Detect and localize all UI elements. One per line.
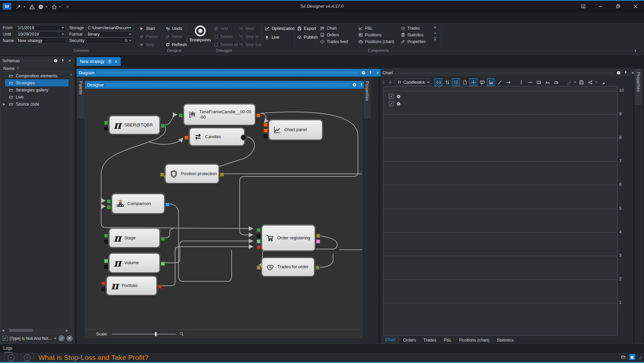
- port-black-circle[interactable]: [241, 134, 247, 140]
- chart-header[interactable]: Chart ? ×: [380, 69, 637, 77]
- scroll-left-icon[interactable]: ◀: [1, 329, 5, 332]
- status-message[interactable]: What is Stop-Loss and Take Profit?: [38, 354, 149, 362]
- port-black[interactable]: [101, 287, 106, 291]
- undo-button[interactable]: Undo: [165, 25, 187, 32]
- help-icon[interactable]: ?: [53, 58, 58, 63]
- port-black[interactable]: [256, 234, 261, 238]
- resize-grip-icon[interactable]: ◢: [639, 355, 641, 359]
- security-field[interactable]: ×: [86, 38, 133, 44]
- brush-icon[interactable]: [565, 78, 573, 86]
- port-black[interactable]: [104, 239, 108, 244]
- panel-icon[interactable]: ▦: [629, 354, 635, 360]
- vline-tool-icon[interactable]: [517, 78, 525, 86]
- folder-icon[interactable]: [621, 355, 626, 360]
- port-lightgreen[interactable]: [104, 259, 108, 263]
- refresh-button[interactable]: Refresh: [165, 41, 187, 48]
- document-tab-new-strategy[interactable]: New strategy ? ×: [77, 57, 121, 66]
- help-icon[interactable]: ?: [361, 70, 366, 75]
- tab-close-icon[interactable]: ×: [115, 59, 117, 64]
- back-button[interactable]: [5, 353, 17, 362]
- node-portfolio[interactable]: πPortfolio: [107, 276, 157, 295]
- chart-tab-orders[interactable]: Orders: [400, 337, 419, 344]
- node-order-registering[interactable]: Order registering: [262, 225, 315, 251]
- sort-arrows-icon[interactable]: [443, 78, 451, 86]
- hline-tool-icon[interactable]: [526, 78, 534, 86]
- pin-icon[interactable]: [623, 70, 628, 75]
- tree-item-live[interactable]: Live: [1, 93, 69, 100]
- dropdown-caret-icon[interactable]: [595, 82, 598, 83]
- designer-header[interactable]: Designer ?: [85, 81, 366, 89]
- tree-item-source-code[interactable]: ▶Source code: [1, 100, 69, 108]
- port-red[interactable]: [158, 284, 162, 289]
- designer-canvas[interactable]: πSBER@TQBRTimeFrameCandle__00-05-00Candl…: [85, 89, 362, 329]
- tree-item-strategies-gallery[interactable]: Strategies gallery: [1, 86, 69, 93]
- port-blue[interactable]: [165, 202, 170, 207]
- tree-item-composition-elements[interactable]: Composition elements: [1, 72, 69, 79]
- chart-plot-area[interactable]: ✓✓: [383, 86, 618, 335]
- chart-tab-p-l[interactable]: P&L: [441, 337, 455, 344]
- port-black[interactable]: [104, 126, 108, 131]
- share-icon[interactable]: [586, 78, 594, 86]
- port-green[interactable]: [178, 113, 183, 118]
- zoom-icon[interactable]: [179, 331, 184, 336]
- live-button[interactable]: Live: [265, 34, 295, 40]
- series-checkbox[interactable]: ✓: [389, 101, 394, 106]
- node-position-protection[interactable]: Position protection: [165, 164, 219, 183]
- close-icon[interactable]: [629, 2, 642, 11]
- legend-icon[interactable]: [452, 78, 460, 86]
- start-button[interactable]: Start: [139, 25, 158, 32]
- forward-button[interactable]: [21, 353, 34, 362]
- component-properties[interactable]: Properties: [401, 38, 426, 45]
- tree-column-header[interactable]: Name: [1, 65, 75, 72]
- components-scroll-up-icon[interactable]: ▲: [434, 26, 437, 29]
- schemas-header[interactable]: Schemas ? ×: [0, 57, 74, 65]
- port-red[interactable]: [101, 281, 106, 286]
- help-icon[interactable]: ?: [616, 70, 621, 75]
- port-orange[interactable]: [256, 113, 260, 118]
- crosshair-icon[interactable]: [470, 78, 477, 86]
- axes-icon[interactable]: [487, 78, 495, 86]
- port-orange[interactable]: [264, 128, 268, 133]
- node-trades-for-order[interactable]: Trades for order: [262, 258, 314, 276]
- storage-field[interactable]: C:\Users\tesar\Documer: [86, 25, 133, 31]
- port-green[interactable]: [256, 228, 261, 232]
- panel-drag-area[interactable]: [22, 59, 51, 62]
- rect-tool-icon[interactable]: [535, 78, 542, 86]
- chart-tab-trades[interactable]: Trades: [420, 337, 439, 344]
- scale-slider[interactable]: [112, 334, 176, 334]
- breakpoints-button[interactable]: Breakpoints: [188, 25, 212, 42]
- port-orange[interactable]: [264, 123, 268, 127]
- series-settings-icon[interactable]: [396, 101, 401, 106]
- gauge-icon[interactable]: [552, 78, 560, 86]
- logs-title[interactable]: Logs: [3, 346, 12, 351]
- close-icon[interactable]: ×: [375, 70, 380, 75]
- scrollbar-thumb[interactable]: [9, 329, 33, 332]
- diagram-properties-tab[interactable]: Properties: [364, 78, 370, 118]
- text-tool-icon[interactable]: Aa: [544, 78, 551, 86]
- tooltip-icon[interactable]: [478, 78, 486, 86]
- component-statistics[interactable]: Statistics: [401, 32, 426, 38]
- filter-edit-icon[interactable]: [58, 335, 65, 341]
- tab-help-icon[interactable]: ?: [107, 59, 112, 64]
- dropdown-caret-icon[interactable]: [62, 34, 64, 35]
- auto-range-icon[interactable]: [435, 78, 442, 86]
- name-field[interactable]: New strategy: [16, 38, 66, 44]
- node-timeframecandle-00-05-00[interactable]: TimeFrameCandle__00-05-00: [184, 104, 255, 125]
- optimization-button[interactable]: Optimization: [265, 25, 295, 32]
- node-stage[interactable]: πStage: [109, 229, 160, 247]
- help-icon[interactable]: ?: [352, 82, 357, 87]
- clear-icon[interactable]: ×: [129, 38, 131, 43]
- dropdown-caret-icon[interactable]: [129, 34, 131, 35]
- node-sber-tqbr[interactable]: πSBER@TQBR: [109, 116, 160, 134]
- export-button[interactable]: Export: [297, 25, 318, 32]
- filter-funnel-icon[interactable]: [16, 67, 20, 70]
- port-olive[interactable]: [316, 234, 320, 238]
- corner-grip-icon[interactable]: [599, 78, 606, 86]
- format-field[interactable]: Binary: [86, 31, 133, 37]
- node-candles[interactable]: Candles: [190, 128, 244, 146]
- port-pink[interactable]: [316, 239, 320, 244]
- until-field[interactable]: 10/29/2019: [16, 31, 66, 37]
- properties-tab[interactable]: Properties: [635, 69, 642, 105]
- from-field[interactable]: 1/1/2019: [16, 25, 66, 31]
- palette-tab[interactable]: Palette: [77, 78, 84, 118]
